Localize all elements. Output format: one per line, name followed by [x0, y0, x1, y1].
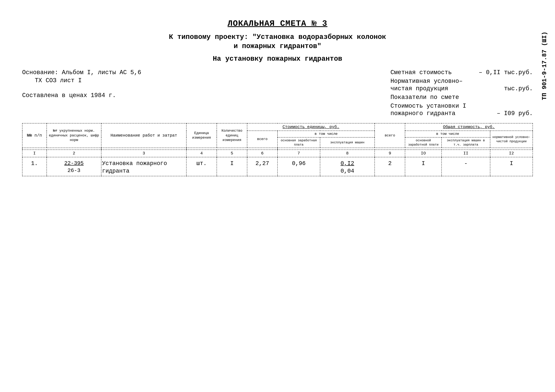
main-title: ЛОКАЛЬНАЯ СМЕТА № 3 [22, 19, 533, 28]
header-total: Общая стоимость, руб. [405, 123, 533, 131]
stoimost-label1: Стоимость установки I [390, 103, 466, 109]
data-row1-name: Установка пожарного гидранта [101, 157, 186, 176]
normat-label2: чистая продукция [390, 85, 448, 92]
col-num-12: I2 [490, 150, 533, 157]
header-v-tom-chisle2: в том числе [405, 131, 490, 137]
stoimost-label2: пожарного гидранта [390, 110, 455, 117]
info-right: Сметная стоимость – 0,II тыс.руб. Нормат… [390, 69, 533, 117]
subtitle2: и пожарных гидрантов" [22, 42, 533, 50]
page: ЛОКАЛЬНАЯ СМЕТА № 3 К типовому проекту: … [0, 0, 555, 392]
header-col4: Единица измерения [186, 123, 217, 148]
normat-value: тыс.руб. [504, 85, 533, 92]
col-num-3: 3 [101, 150, 186, 157]
data-row1-code: 22-395 26-3 [47, 157, 102, 176]
smet-cost-label: Сметная стоимость [390, 69, 452, 76]
col-num-10: IO [405, 150, 441, 157]
header-col5: Количество единиц измерения [217, 123, 247, 148]
col-num-11: II [442, 150, 490, 157]
subtitle1: К типовому проекту: "Установка водоразбо… [22, 33, 533, 41]
data-row1-total-expl: - [442, 157, 490, 176]
title-section: ЛОКАЛЬНАЯ СМЕТА № 3 К типовому проекту: … [22, 19, 533, 63]
main-table: №№ п/п №# укрупненных норм. единичных ра… [22, 123, 533, 176]
subtitle3: На установку пожарных гидрантов [22, 55, 533, 63]
normat-label1: Нормативная условно– [390, 78, 463, 85]
data-row1-qty: I [217, 157, 247, 176]
col-num-9: 9 [375, 150, 405, 157]
info-left: Основание: Альбом I, листы АС 5,6 ТХ СОЗ… [22, 69, 141, 117]
header-cost-unit: Стоимость единицы, руб. [247, 123, 375, 131]
data-row1-cost-expl: 0,I2 0,04 [320, 157, 375, 176]
col-numbers-row: I 2 3 4 5 6 7 8 9 IO II I2 [22, 150, 533, 157]
data-row1-normat: I [490, 157, 533, 176]
header-machine-detail [22, 148, 101, 150]
header-eksp-machine: эксплуатация машин [320, 137, 375, 148]
smet-cost-value: – 0,II тыс.руб. [479, 69, 533, 76]
col-num-1: I [22, 150, 47, 157]
pokazateli-label: Показатели по смете [390, 94, 459, 101]
col-num-2: 2 [47, 150, 102, 157]
side-text: ТП 901-9-17.87 (ШI) [540, 32, 549, 100]
data-row1-total-basic: I [405, 157, 441, 176]
header-normat: нормативной условно-чистой продукции [490, 131, 533, 148]
data-row1-num: 1. [22, 157, 47, 176]
header-machine-zp2 [186, 148, 278, 150]
info-section: Основание: Альбом I, листы АС 5,6 ТХ СОЗ… [22, 69, 533, 117]
header-col3: Наименование работ и затрат [101, 123, 186, 148]
info-left-line2: ТХ СОЗ лист I [35, 77, 141, 84]
header-v-tom-chisle: в том числе [278, 131, 375, 137]
header-machine-zp [101, 148, 186, 150]
info-left-line3: Составлена в ценах 1984 г. [22, 92, 141, 99]
header-col9: всего [375, 123, 405, 148]
header-row-1: №№ п/п №# укрупненных норм. единичных ра… [22, 123, 533, 131]
data-row1-cost-total: 2,27 [247, 157, 278, 176]
data-row1-unit: шт. [186, 157, 217, 176]
info-left-line1: Основание: Альбом I, листы АС 5,6 [22, 69, 141, 76]
col-num-4: 4 [186, 150, 217, 157]
header-row-machine [22, 148, 533, 150]
header-col2: №# укрупненных норм. единичных расценок,… [47, 123, 102, 148]
header-col1: №№ п/п [22, 123, 47, 148]
col-num-7: 7 [278, 150, 320, 157]
col-num-6: 6 [247, 150, 278, 157]
header-eksp-machine2: эксплуатация машин в т.ч. зарплата [442, 137, 490, 148]
data-row1-cost-basic: 0,96 [278, 157, 320, 176]
stoimost-value: – I09 руб. [497, 110, 533, 117]
header-osnov-zp: основная заработная плата [278, 137, 320, 148]
col-num-5: 5 [217, 150, 247, 157]
data-row1-total-all: 2 [375, 157, 405, 176]
data-row-1: 1. 22-395 26-3 Установка пожарного гидра… [22, 157, 533, 176]
header-osnov-zp2: основной заработной плати [405, 137, 441, 148]
header-vsego-unit: всего [247, 131, 278, 148]
col-num-8: 8 [320, 150, 375, 157]
